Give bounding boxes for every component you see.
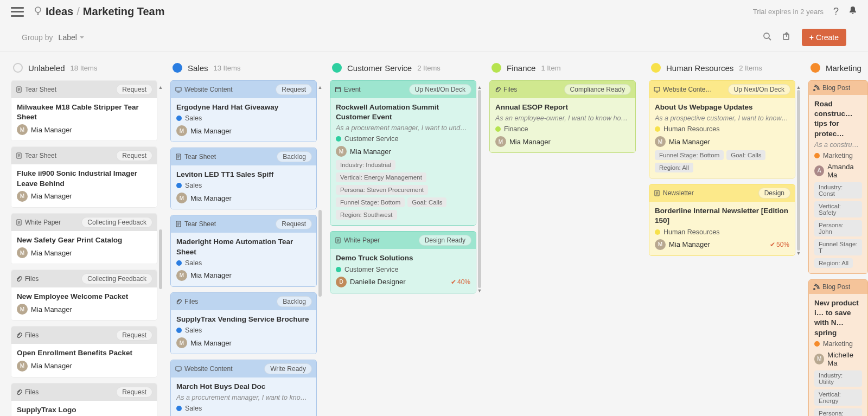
card-header: Tear Sheet Request [11, 147, 157, 164]
avatar: M [17, 191, 28, 202]
card[interactable]: Files Compliance Ready Annual ESOP Repor… [489, 80, 636, 153]
groupby-label: Group by [22, 33, 53, 42]
cards-list: Website Content Request Ergodyne Hard Ha… [170, 80, 317, 416]
card[interactable]: Tear Sheet Backlog Leviton LED TT1 Sales… [170, 148, 317, 209]
card-header: Tear Sheet Backlog [171, 148, 316, 165]
card[interactable]: Blog Post Road construc… tips for protec… [808, 80, 868, 274]
card-label: Sales [176, 259, 311, 267]
card-description: As a construction … [814, 141, 862, 149]
avatar: M [176, 337, 187, 348]
breadcrumb-parent[interactable]: Ideas [46, 5, 73, 18]
tag-pill: Region: All [655, 163, 693, 172]
card-status: Request [276, 219, 312, 229]
card-assignee: MMichelle Ma [814, 351, 862, 367]
scrollbar[interactable]: ▲▼ [477, 85, 482, 293]
card-title: Leviton LED TT1 Sales Spiff [176, 170, 311, 180]
card-header: Files Request [11, 327, 157, 344]
card[interactable]: Website Content Write Ready March Hot Bu… [170, 360, 317, 416]
bell-icon[interactable] [848, 5, 857, 18]
card-body: SupplyTrax Vending Service Brochure Sale… [171, 310, 316, 354]
card-label: Sales [176, 114, 311, 122]
card-status: Request [116, 150, 152, 161]
card-body: Fluke ii900 Sonic Industrial Imager Leav… [11, 164, 157, 207]
card-title: New product i… to save with N… spring [814, 298, 862, 338]
breadcrumb-current[interactable]: Marketing Team [83, 5, 165, 18]
card-type: Event [335, 86, 361, 93]
card-type: Blog Post [813, 283, 850, 291]
card[interactable]: Files Request SupplyTrax Logo MMia Manag… [11, 383, 157, 416]
card-title: SupplyTrax Vending Service Brochure [176, 315, 311, 324]
svg-point-1 [764, 33, 769, 39]
tag-pill: Persona: Paul [814, 408, 862, 416]
card-title: Open Enrollment Benefits Packet [17, 348, 151, 358]
search-icon[interactable] [763, 32, 771, 43]
card[interactable]: Tear Sheet Request Fluke ii900 Sonic Ind… [11, 146, 157, 207]
card[interactable]: Newsletter Design Borderline Internal Ne… [649, 184, 795, 255]
card-title: SupplyTrax Logo [17, 405, 151, 415]
card-header: Files Compliance Ready [490, 81, 635, 98]
card-header: Files Collecting Feedback [11, 270, 157, 287]
card-assignee: DDanielle Designer✔40% [336, 277, 470, 287]
column-header[interactable]: Finance 1 Item [489, 63, 636, 73]
column-header[interactable]: Customer Service 2 Items [330, 63, 476, 73]
card-status: Design Ready [419, 235, 471, 246]
card-title: Road construc… tips for protec… [814, 99, 862, 139]
cards-list: Tear Sheet Request Milwaukee M18 Cable S… [11, 80, 157, 416]
check-icon: ✔ [451, 278, 456, 286]
column-header[interactable]: Marketing [808, 63, 868, 73]
share-icon[interactable] [782, 32, 791, 43]
card[interactable]: Files Collecting Feedback New Employee W… [11, 270, 157, 321]
card[interactable]: White Paper Collecting Feedback New Safe… [11, 213, 157, 264]
card[interactable]: Tear Sheet Request Milwaukee M18 Cable S… [11, 80, 157, 141]
column-header[interactable]: Unlabeled 18 Items [11, 63, 157, 73]
card-title: Ergodyne Hard Hat Giveaway [176, 103, 311, 112]
card-status: Backlog [277, 296, 312, 307]
card-label: Customer Service [336, 135, 470, 143]
card[interactable]: Website Content Request Ergodyne Hard Ha… [170, 80, 317, 142]
column-title: Marketing [826, 63, 861, 73]
column-header[interactable]: Human Resources 2 Items [649, 63, 795, 73]
card-type: Website Conte… [654, 86, 712, 93]
cards-list: Event Up Next/On Deck Rockwell Automatio… [330, 80, 476, 293]
column-count: 18 Items [71, 64, 98, 72]
card-assignee: MMia Manager [17, 191, 151, 202]
board: Unlabeled 18 Items Tear Sheet Request Mi… [0, 52, 868, 416]
card-label: Sales [176, 327, 311, 334]
card-status: Design [758, 188, 790, 199]
card[interactable]: Files Backlog SupplyTrax Vending Service… [170, 292, 317, 354]
tag-pill: Industry: Utility [814, 370, 862, 387]
card[interactable]: White Paper Design Ready Demo Truck Solu… [330, 231, 476, 293]
card-status: Request [116, 84, 152, 95]
create-button[interactable]: + Create [802, 29, 846, 46]
card-description: As a procurement manager, I want to know… [176, 394, 311, 401]
card-title: Annual ESOP Report [495, 103, 630, 112]
card-header: Website Conte… Up Next/On Deck [649, 81, 795, 98]
column-count: 13 Items [214, 64, 241, 72]
card-body: Open Enrollment Benefits Packet MMia Man… [11, 344, 157, 376]
column-header[interactable]: Sales 13 Items [170, 63, 317, 73]
scrollbar[interactable]: ▲▼ [796, 85, 801, 256]
help-icon[interactable]: ? [833, 6, 839, 17]
card[interactable]: Blog Post New product i… to save with N…… [808, 279, 868, 416]
card-label: Human Resources [655, 228, 789, 236]
card-title: New Employee Welcome Packet [17, 292, 151, 302]
card-title: New Safety Gear Print Catalog [17, 235, 151, 245]
card[interactable]: Event Up Next/On Deck Rockwell Automatio… [330, 80, 476, 226]
card-assignee: MMia Manager [176, 125, 311, 136]
card-body: New Safety Gear Print Catalog MMia Manag… [11, 231, 157, 264]
scrollbar[interactable]: ▲▼ [318, 85, 322, 416]
menu-icon[interactable] [11, 7, 24, 17]
scrollbar[interactable]: ▲▼ [158, 85, 163, 416]
card[interactable]: Tear Sheet Request Maderight Home Automa… [170, 215, 317, 286]
groupby-select[interactable]: Label [59, 33, 85, 42]
card[interactable]: Website Conte… Up Next/On Deck About Us … [649, 80, 795, 178]
card-body: Leviton LED TT1 Sales Spiff Sales MMia M… [171, 165, 316, 209]
card-header: Event Up Next/On Deck [330, 81, 476, 98]
column-title: Finance [507, 63, 535, 73]
column-color-dot [332, 63, 342, 73]
check-icon: ✔ [770, 241, 775, 248]
card-title: March Hot Buys Deal Doc [176, 382, 311, 392]
card-header: Tear Sheet Request [171, 215, 316, 233]
card[interactable]: Files Request Open Enrollment Benefits P… [11, 326, 157, 377]
card-type: White Paper [335, 236, 380, 244]
